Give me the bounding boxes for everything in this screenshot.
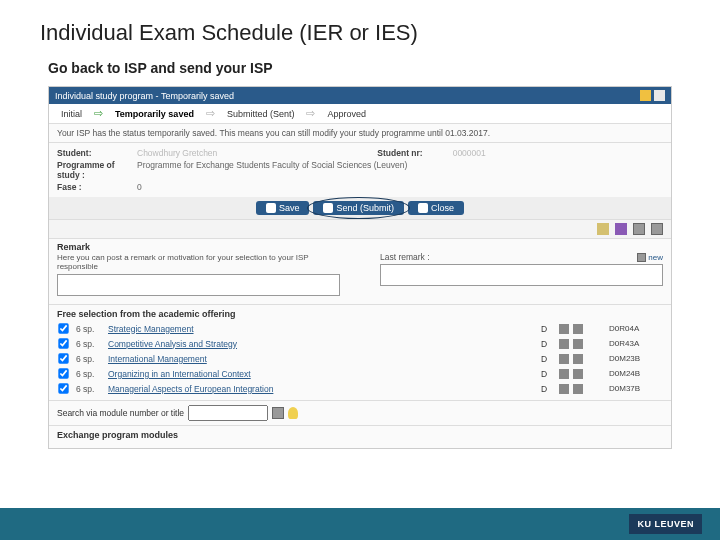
save-icon xyxy=(266,203,276,213)
new-remark-label: new xyxy=(648,253,663,262)
close-button-label: Close xyxy=(431,203,454,213)
course-action-icon[interactable] xyxy=(573,384,583,394)
fase-value: 0 xyxy=(137,182,142,192)
titlebar-text: Individual study program - Temporarily s… xyxy=(55,91,234,101)
step-approved: Approved xyxy=(323,108,370,120)
status-message: Your ISP has the status temporarily save… xyxy=(49,124,671,143)
course-name-link[interactable]: International Management xyxy=(108,354,541,364)
print-icon[interactable] xyxy=(654,90,665,101)
course-sp: 6 sp. xyxy=(76,324,104,334)
course-checkbox[interactable] xyxy=(58,338,68,348)
course-d: D xyxy=(541,369,559,379)
course-code: D0R04A xyxy=(609,324,663,333)
search-row: Search via module number or title xyxy=(49,400,671,425)
lightbulb-icon[interactable] xyxy=(288,407,298,419)
exchange-modules-header: Exchange program modules xyxy=(49,425,671,442)
course-code: D0R43A xyxy=(609,339,663,348)
course-row: 6 sp.Managerial Aspects of European Inte… xyxy=(57,381,663,396)
step-submitted: Submitted (Sent) xyxy=(223,108,299,120)
course-action-icon[interactable] xyxy=(573,354,583,364)
slide-subtitle: Go back to ISP and send your ISP xyxy=(0,54,720,86)
send-button-label: Send (Submit) xyxy=(336,203,394,213)
tool-icon-1[interactable] xyxy=(597,223,609,235)
programme-label: Programme of study : xyxy=(57,160,137,180)
course-checkbox[interactable] xyxy=(58,368,68,378)
course-row: 6 sp.International ManagementDD0M23B xyxy=(57,351,663,366)
arrow-icon: ⇨ xyxy=(306,107,315,120)
course-action-icon[interactable] xyxy=(573,339,583,349)
search-label: Search via module number or title xyxy=(57,408,184,418)
close-icon xyxy=(418,203,428,213)
course-code: D0M24B xyxy=(609,369,663,378)
search-doc-icon[interactable] xyxy=(272,407,284,419)
course-list: 6 sp.Strategic ManagementDD0R04A6 sp.Com… xyxy=(49,321,671,400)
student-info: Student: Chowdhury Gretchen Student nr: … xyxy=(49,143,671,197)
course-sp: 6 sp. xyxy=(76,384,104,394)
remark-label: Remark xyxy=(57,242,663,252)
remark-description: Here you can post a remark or motivation… xyxy=(57,252,340,274)
send-icon xyxy=(323,203,333,213)
course-action-icon[interactable] xyxy=(559,384,569,394)
step-initial: Initial xyxy=(57,108,86,120)
programme-value: Programme for Exchange Students Faculty … xyxy=(137,160,407,180)
new-remark-link[interactable]: new xyxy=(637,252,663,262)
tool-icon-4[interactable] xyxy=(651,223,663,235)
free-selection-header: Free selection from the academic offerin… xyxy=(49,304,671,321)
remark-section: Remark Here you can post a remark or mot… xyxy=(49,239,671,304)
course-d: D xyxy=(541,324,559,334)
course-sp: 6 sp. xyxy=(76,339,104,349)
course-row: 6 sp.Competitive Analysis and StrategyDD… xyxy=(57,336,663,351)
slide-title: Individual Exam Schedule (IER or IES) xyxy=(0,0,720,54)
arrow-icon: ⇨ xyxy=(206,107,215,120)
step-temp-saved: Temporarily saved xyxy=(111,108,198,120)
course-sp: 6 sp. xyxy=(76,369,104,379)
student-name: Chowdhury Gretchen xyxy=(137,148,217,158)
course-name-link[interactable]: Managerial Aspects of European Integrati… xyxy=(108,384,541,394)
course-row: 6 sp.Strategic ManagementDD0R04A xyxy=(57,321,663,336)
course-code: D0M37B xyxy=(609,384,663,393)
search-input[interactable] xyxy=(188,405,268,421)
course-action-icon[interactable] xyxy=(573,324,583,334)
course-action-icon[interactable] xyxy=(559,369,569,379)
course-name-link[interactable]: Organizing in an International Context xyxy=(108,369,541,379)
warning-icon xyxy=(640,90,651,101)
save-button[interactable]: Save xyxy=(256,201,310,215)
arrow-icon: ⇨ xyxy=(94,107,103,120)
note-icon xyxy=(637,253,646,262)
course-code: D0M23B xyxy=(609,354,663,363)
fase-label: Fase : xyxy=(57,182,137,192)
titlebar: Individual study program - Temporarily s… xyxy=(49,87,671,104)
ku-leuven-badge: KU LEUVEN xyxy=(629,514,702,534)
last-remark-display xyxy=(380,264,663,286)
footer-bar: KU LEUVEN xyxy=(0,508,720,540)
course-d: D xyxy=(541,354,559,364)
last-remark-label: Last remark : xyxy=(380,252,430,262)
stepper: Initial ⇨ Temporarily saved ⇨ Submitted … xyxy=(49,104,671,124)
isp-app-window: Individual study program - Temporarily s… xyxy=(48,86,672,449)
icon-toolbar xyxy=(49,219,671,239)
course-checkbox[interactable] xyxy=(58,353,68,363)
tool-icon-2[interactable] xyxy=(615,223,627,235)
save-button-label: Save xyxy=(279,203,300,213)
course-action-icon[interactable] xyxy=(573,369,583,379)
close-button[interactable]: Close xyxy=(408,201,464,215)
course-sp: 6 sp. xyxy=(76,354,104,364)
course-checkbox[interactable] xyxy=(58,383,68,393)
student-label: Student: xyxy=(57,148,137,158)
course-d: D xyxy=(541,339,559,349)
course-name-link[interactable]: Strategic Management xyxy=(108,324,541,334)
course-checkbox[interactable] xyxy=(58,323,68,333)
action-button-row: Save Send (Submit) Close xyxy=(49,197,671,219)
student-nr-label: Student nr: xyxy=(377,148,422,158)
course-action-icon[interactable] xyxy=(559,339,569,349)
course-name-link[interactable]: Competitive Analysis and Strategy xyxy=(108,339,541,349)
tool-icon-3[interactable] xyxy=(633,223,645,235)
course-action-icon[interactable] xyxy=(559,354,569,364)
send-button[interactable]: Send (Submit) xyxy=(313,201,404,215)
course-action-icon[interactable] xyxy=(559,324,569,334)
course-row: 6 sp.Organizing in an International Cont… xyxy=(57,366,663,381)
remark-input[interactable] xyxy=(57,274,340,296)
course-d: D xyxy=(541,384,559,394)
student-nr: 0000001 xyxy=(453,148,486,158)
